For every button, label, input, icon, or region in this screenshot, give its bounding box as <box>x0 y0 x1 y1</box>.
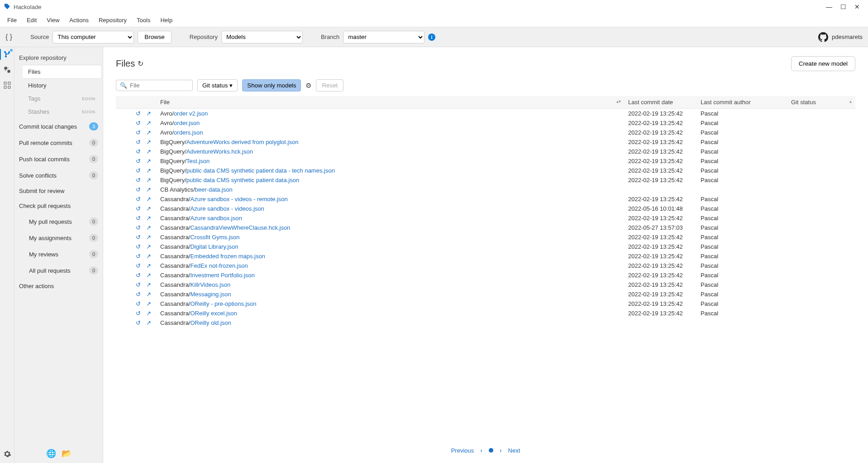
sidebar-other-actions[interactable]: Other actions <box>14 279 103 294</box>
history-icon[interactable]: ↺ <box>136 110 141 117</box>
source-select[interactable]: This computer <box>52 31 134 43</box>
history-icon[interactable]: ↺ <box>136 196 141 203</box>
file-link[interactable]: order.json <box>174 120 200 126</box>
menu-actions[interactable]: Actions <box>65 15 93 25</box>
sidebar-pr-my-reviews[interactable]: My reviews0 <box>24 246 103 262</box>
history-icon[interactable]: ↺ <box>136 158 141 164</box>
file-link[interactable]: CassandraViewWhereClause.hck.json <box>190 224 290 231</box>
file-link[interactable]: Test.json <box>186 158 210 164</box>
open-external-icon[interactable]: ↗ <box>146 205 151 212</box>
git-status-filter[interactable]: Git status ▾ <box>197 79 238 92</box>
history-icon[interactable]: ↺ <box>136 281 141 288</box>
open-external-icon[interactable]: ↗ <box>146 186 151 193</box>
gear-icon[interactable]: ⚙ <box>305 82 311 90</box>
file-link[interactable]: public data CMS synthetic patient data -… <box>186 167 335 174</box>
window-maximize-icon[interactable]: ☐ <box>840 3 846 10</box>
history-icon[interactable]: ↺ <box>136 243 141 250</box>
history-icon[interactable]: ↺ <box>136 319 141 326</box>
sidebar-pr-all-pull-requests[interactable]: All pull requests0 <box>24 262 103 279</box>
repository-select[interactable]: Models <box>221 31 303 43</box>
sidebar-action-commit-local-changes[interactable]: Commit local changes3 <box>14 118 103 135</box>
file-link[interactable]: Azure sandbox.json <box>190 215 242 222</box>
history-icon[interactable]: ↺ <box>136 291 141 298</box>
file-link[interactable]: orders.json <box>174 129 203 136</box>
sidebar-tab-history[interactable]: History <box>23 79 101 92</box>
history-icon[interactable]: ↺ <box>136 205 141 212</box>
compare-icon[interactable] <box>3 65 12 74</box>
menu-repository[interactable]: Repository <box>94 15 131 25</box>
file-link[interactable]: beer-data.json <box>195 186 233 193</box>
open-external-icon[interactable]: ↗ <box>146 110 151 117</box>
file-link[interactable]: KillrVideos.json <box>190 281 230 288</box>
branch-icon[interactable] <box>3 50 12 59</box>
open-external-icon[interactable]: ↗ <box>146 120 151 126</box>
chevron-left-icon[interactable]: ‹ <box>480 447 482 454</box>
browse-button[interactable]: Browse <box>138 31 171 43</box>
history-icon[interactable]: ↺ <box>136 234 141 241</box>
globe-icon[interactable]: 🌐 <box>46 449 56 458</box>
file-link[interactable]: Crossfit Gyms.json <box>190 234 239 241</box>
branch-select[interactable]: master <box>343 31 424 43</box>
file-link[interactable]: Azure sandbox - videos.json <box>190 205 264 212</box>
history-icon[interactable]: ↺ <box>136 310 141 317</box>
window-close-icon[interactable]: ✕ <box>854 3 860 10</box>
open-external-icon[interactable]: ↗ <box>146 167 151 174</box>
open-external-icon[interactable]: ↗ <box>146 196 151 203</box>
file-link[interactable]: AdventureWorks.hck.json <box>186 148 253 155</box>
file-link[interactable]: OReilly old.json <box>190 319 231 326</box>
file-link[interactable]: Embedded frozen maps.json <box>190 253 265 260</box>
file-link[interactable]: Digital Library.json <box>190 243 238 250</box>
sidebar-action-submit-for-review[interactable]: Submit for review <box>14 183 103 198</box>
open-external-icon[interactable]: ↗ <box>146 158 151 164</box>
info-icon[interactable]: i <box>428 34 435 41</box>
history-icon[interactable]: ↺ <box>136 120 141 126</box>
menu-file[interactable]: File <box>3 15 21 25</box>
braces-icon[interactable]: { } <box>5 33 12 41</box>
sort-icon[interactable]: ▴ <box>849 99 852 104</box>
history-icon[interactable]: ↺ <box>136 300 141 307</box>
menu-view[interactable]: View <box>42 15 64 25</box>
create-new-model-button[interactable]: Create new model <box>791 56 855 71</box>
pager-previous[interactable]: Previous <box>451 447 474 454</box>
username[interactable]: pdesmarets <box>832 34 863 40</box>
sidebar-action-solve-conflicts[interactable]: Solve conflicts0 <box>14 167 103 183</box>
open-external-icon[interactable]: ↗ <box>146 139 151 145</box>
github-icon[interactable] <box>818 32 828 42</box>
window-minimize-icon[interactable]: — <box>826 3 832 10</box>
sidebar-action-push-local-commits[interactable]: Push local commits0 <box>14 151 103 167</box>
open-external-icon[interactable]: ↗ <box>146 177 151 183</box>
history-icon[interactable]: ↺ <box>136 167 141 174</box>
sidebar-action-pull-remote-commits[interactable]: Pull remote commits0 <box>14 135 103 151</box>
menu-help[interactable]: Help <box>156 15 177 25</box>
history-icon[interactable]: ↺ <box>136 139 141 145</box>
file-search[interactable]: 🔍 <box>116 80 193 91</box>
sidebar-pr-my-assignments[interactable]: My assignments0 <box>24 230 103 246</box>
open-external-icon[interactable]: ↗ <box>146 243 151 250</box>
file-link[interactable]: order v2.json <box>174 110 208 117</box>
open-external-icon[interactable]: ↗ <box>146 129 151 136</box>
file-link[interactable]: Investment Portfolio.json <box>190 272 254 279</box>
history-icon[interactable]: ↺ <box>136 148 141 155</box>
history-icon[interactable]: ↺ <box>136 177 141 183</box>
history-icon[interactable]: ↺ <box>136 253 141 260</box>
pager-next[interactable]: Next <box>508 447 520 454</box>
refresh-icon[interactable]: ↻ <box>138 59 143 68</box>
show-only-models-toggle[interactable]: Show only models <box>242 79 301 92</box>
history-icon[interactable]: ↺ <box>136 262 141 269</box>
sidebar-action-check-pull-requests[interactable]: Check pull requests <box>14 198 103 213</box>
open-external-icon[interactable]: ↗ <box>146 262 151 269</box>
open-external-icon[interactable]: ↗ <box>146 300 151 307</box>
open-external-icon[interactable]: ↗ <box>146 215 151 222</box>
history-icon[interactable]: ↺ <box>136 186 141 193</box>
open-external-icon[interactable]: ↗ <box>146 319 151 326</box>
file-link[interactable]: Messaging.json <box>190 291 231 298</box>
history-icon[interactable]: ↺ <box>136 224 141 231</box>
grid-icon[interactable] <box>3 81 12 90</box>
file-link[interactable]: FedEx not-frozen.json <box>190 262 248 269</box>
settings-icon[interactable] <box>3 449 12 458</box>
menu-edit[interactable]: Edit <box>22 15 41 25</box>
sort-icon[interactable]: ▴▾ <box>616 99 621 104</box>
open-external-icon[interactable]: ↗ <box>146 224 151 231</box>
sidebar-tab-files[interactable]: Files <box>23 65 101 79</box>
file-link[interactable]: AdventureWorks derived from polyglot.jso… <box>186 139 299 145</box>
